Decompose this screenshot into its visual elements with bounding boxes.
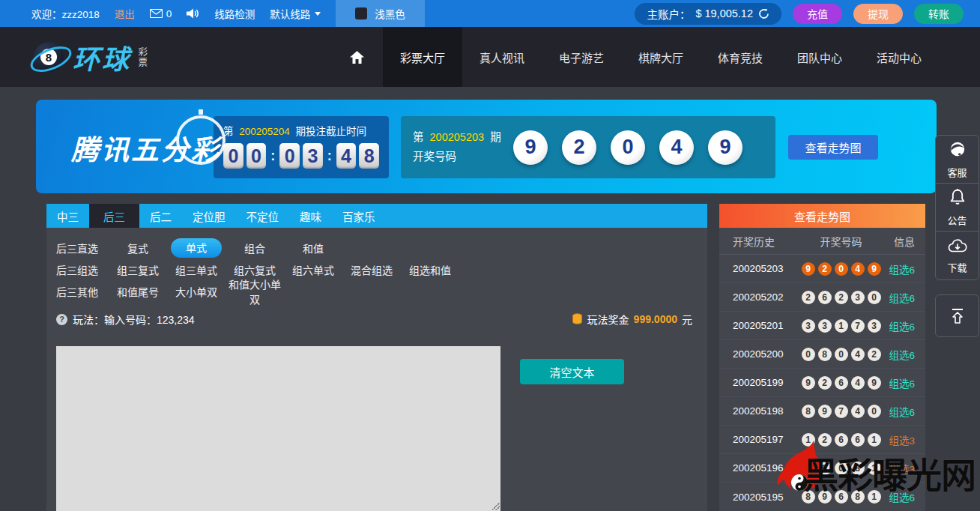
theme-selector[interactable]: 浅黑色	[336, 0, 425, 27]
refresh-icon[interactable]	[758, 8, 769, 19]
sidebar-公告[interactable]: 公告	[936, 184, 979, 232]
back-to-top-button[interactable]	[935, 294, 979, 337]
nav-item-电子游艺[interactable]: 电子游艺	[542, 27, 621, 87]
history-info-link[interactable]: 组选6	[883, 375, 915, 390]
play-option-和值[interactable]: 和值	[284, 241, 342, 256]
nav-item-棋牌大厅[interactable]: 棋牌大厅	[621, 27, 701, 87]
history-row: 20020519589681组选6	[719, 483, 925, 511]
history-trend-button[interactable]: 查看走势图	[719, 204, 925, 228]
floating-sidebar: 客服公告下载	[935, 135, 979, 280]
bonus-label: 玩法奖金	[587, 312, 629, 327]
history-ball: 0	[835, 262, 848, 276]
sidebar-label: 下载	[947, 260, 967, 274]
message-count: 0	[166, 8, 172, 19]
sidebar-客服[interactable]: 客服	[936, 136, 979, 184]
result-panel: 第 200205203 期 开奖号码 92049	[401, 116, 775, 178]
history-info-link[interactable]: 组选6	[883, 489, 915, 504]
bet-tab-百家乐[interactable]: 百家乐	[332, 204, 386, 228]
play-option-组六单式[interactable]: 组六单式	[284, 262, 342, 277]
history-info-link[interactable]: 组选6	[883, 261, 915, 276]
transfer-button[interactable]: 转账	[914, 4, 964, 24]
play-option-单式[interactable]: 单式	[171, 238, 222, 258]
history-issue: 200205195	[730, 492, 799, 503]
history-ball: 9	[802, 262, 815, 276]
logout-link[interactable]: 退出	[115, 6, 135, 21]
history-balls: 26230	[799, 291, 883, 304]
history-info-link[interactable]: 组选6	[883, 290, 915, 305]
withdraw-button[interactable]: 提现	[853, 4, 903, 24]
bet-tab-趣味[interactable]: 趣味	[289, 204, 332, 228]
topbar-left: 欢迎：zzz2018 退出 0 线路检测 默认线路 浅黑色	[0, 0, 425, 27]
countdown-digit: 8	[359, 143, 379, 169]
bet-tab-中三[interactable]: 中三	[46, 204, 89, 228]
chevron-down-icon	[315, 12, 321, 16]
history-info-link[interactable]: 组选3	[883, 432, 915, 447]
history-ball: 2	[802, 291, 815, 304]
play-option-组合[interactable]: 组合	[226, 241, 284, 256]
history-ball: 9	[802, 376, 815, 390]
help-icon[interactable]: ?	[56, 314, 67, 325]
history-balls: 12661	[799, 433, 883, 447]
bet-tab-后三[interactable]: 后三	[89, 204, 139, 228]
bet-tab-后二[interactable]: 后二	[139, 204, 182, 228]
default-line-dropdown[interactable]: 默认线路	[270, 6, 321, 21]
nav-item-真人视讯[interactable]: 真人视讯	[462, 27, 542, 87]
page: 欢迎：zzz2018 退出 0 线路检测 默认线路 浅黑色 主账户： $ 19	[0, 0, 980, 511]
history-ball: 9	[868, 262, 881, 276]
history-info-link[interactable]: 组选6	[883, 347, 915, 362]
history-ball: 1	[868, 433, 881, 447]
history-ball: 0	[868, 291, 881, 304]
play-group: 后三组选组三复式组三单式组六复式组六单式混合组选组选和值	[56, 258, 707, 280]
nav-item-活动中心[interactable]: 活动中心	[859, 27, 939, 87]
history-info-link[interactable]: 组选6	[883, 404, 915, 419]
nav-item-体育竞技[interactable]: 体育竞技	[701, 27, 780, 87]
sidebar-下载[interactable]: 下载	[936, 232, 979, 279]
play-option-组三复式[interactable]: 组三复式	[109, 262, 167, 277]
sound-button[interactable]	[187, 8, 199, 19]
history-ball: 1	[802, 433, 815, 447]
history-info-link[interactable]: 组选6	[883, 318, 915, 333]
history-ball: 1	[868, 462, 881, 475]
play-option-大小单双[interactable]: 大小单双	[167, 284, 226, 299]
history-balls: 89740	[799, 405, 883, 418]
history-issue: 200205203	[730, 263, 799, 274]
history-ball: 1	[835, 319, 848, 333]
history-ball: 2	[818, 262, 832, 276]
countdown-panel: 第 200205204 期投注截止时间 00:03:48	[214, 116, 389, 178]
history-ball: 2	[818, 433, 832, 447]
bet-numbers-textarea[interactable]	[56, 346, 500, 511]
result-ball: 9	[513, 130, 548, 165]
countdown-separator: :	[270, 148, 275, 164]
textarea-resize-handle[interactable]	[492, 503, 500, 510]
history-row: 20020520392049组选6	[719, 255, 925, 283]
play-option-和值尾号[interactable]: 和值尾号	[109, 284, 167, 299]
messages-button[interactable]: 0	[150, 8, 172, 19]
clear-text-button[interactable]: 清空文本	[520, 359, 624, 384]
play-option-和值大小单双[interactable]: 和值大小单双	[226, 276, 284, 306]
line-check-link[interactable]: 线路检测	[214, 6, 255, 21]
bet-tab-不定位[interactable]: 不定位	[236, 204, 290, 228]
play-option-组三单式[interactable]: 组三单式	[167, 262, 226, 277]
play-option-复式[interactable]: 复式	[109, 241, 167, 256]
history-ball: 3	[868, 319, 881, 333]
account-balance[interactable]: 主账户： $ 19,005.12	[635, 3, 781, 25]
home-icon	[350, 51, 364, 64]
play-option-混合组选[interactable]: 混合组选	[342, 262, 401, 277]
nav-item-彩票大厅[interactable]: 彩票大厅	[383, 27, 462, 87]
history-ball: 9	[818, 462, 832, 475]
bet-tab-定位胆[interactable]: 定位胆	[182, 204, 236, 228]
play-option-组选和值[interactable]: 组选和值	[401, 262, 459, 277]
play-group-title: 后三其他	[56, 284, 109, 299]
logo[interactable]: 8 环球 彩票	[34, 37, 146, 76]
play-group-title: 后三组选	[56, 262, 109, 277]
bet-tabbar: 中三后三后二定位胆不定位趣味百家乐	[46, 204, 707, 228]
sidebar-label: 公告	[947, 213, 967, 227]
history-ball: 6	[851, 433, 865, 447]
bonus-wrap: 玩法奖金 999.0000 元	[572, 312, 692, 327]
play-option-组六复式[interactable]: 组六复式	[226, 262, 284, 277]
recharge-button[interactable]: 充值	[793, 4, 842, 24]
history-info-link[interactable]: 组选3	[883, 461, 915, 476]
nav-home-button[interactable]	[330, 27, 383, 87]
view-trend-button[interactable]: 查看走势图	[788, 135, 878, 160]
nav-item-团队中心[interactable]: 团队中心	[780, 27, 859, 87]
